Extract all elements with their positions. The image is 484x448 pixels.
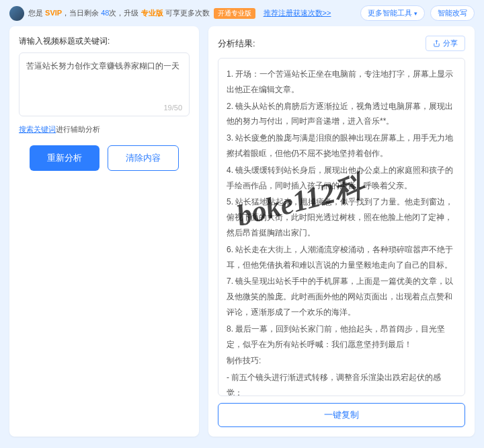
result-content[interactable]: 1. 开场：一个苦逼站长正坐在电脑前，专注地打字，屏幕上显示出他正在编辑文章。2…	[218, 58, 465, 396]
result-line: 8. 最后一幕，回到站长家门前，他抬起头，昂首阔步，目光坚定，似乎在为所有站长呼…	[227, 322, 456, 352]
result-line: 5. 站长猛地站起来，甩掉疲惫，似乎找到了力量。他走到窗边，俯视下面的大街，此时…	[227, 194, 456, 240]
chevron-down-icon: ▾	[414, 10, 417, 17]
result-line: 3. 站长疲惫的脸庞与满是泪痕的眼神出现在屏幕上，用手无力地擦拭着眼眶，但他仍不…	[227, 130, 456, 161]
upgrade-badge[interactable]: 开通专业版	[214, 8, 255, 19]
result-line: - 前五个镜头进行渐进式转移，调整音乐渲染出跌宕起伏的感觉；	[227, 370, 456, 396]
more-tools-button[interactable]: 更多智能工具▾	[360, 5, 425, 21]
result-line: 制作技巧:	[227, 353, 456, 369]
input-label: 请输入视频标题或关键词:	[19, 36, 190, 47]
char-count: 19/50	[163, 104, 182, 112]
result-line: 7. 镜头呈现出站长手中的手机屏幕，上面是一篇优美的文章，以及他微笑的脸庞。此时…	[227, 274, 456, 320]
smart-rewrite-button[interactable]: 智能改写	[430, 5, 475, 21]
topbar: 您是 SVIP，当日剩余 48次，升级 专业版 可享更多次数 开通专业版 推荐注…	[0, 0, 484, 26]
share-icon	[433, 40, 440, 47]
result-line: 6. 站长走在大街上，人潮涌流穿梭涌动，各种琐碎喧嚣声不绝于耳，但他凭借执着和难…	[227, 242, 456, 273]
result-line: 4. 镜头缓缓转到站长身后，展现出他办公桌上的家庭照和孩子的手绘画作品，同时插入…	[227, 163, 456, 194]
result-panel: 分析结果: 分享 1. 开场：一个苦逼站长正坐在电脑前，专注地打字，屏幕上显示出…	[208, 26, 475, 437]
helper-link[interactable]: 搜索关键词进行辅助分析	[19, 124, 190, 135]
copy-button[interactable]: 一键复制	[218, 403, 465, 427]
reanalyze-button[interactable]: 重新分析	[30, 145, 99, 171]
result-line: 2. 镜头从站长的肩膀后方逐渐拉近，视角透过电脑屏幕，展现出他的努力与付出，同时…	[227, 99, 456, 130]
keyword-textarea[interactable]: 苦逼站长努力创作文章赚钱养家糊口的一天 19/50	[19, 52, 190, 116]
clear-button[interactable]: 清除内容	[108, 145, 179, 171]
referral-link[interactable]: 推荐注册获速次数>>	[264, 8, 331, 18]
result-line: 1. 开场：一个苦逼站长正坐在电脑前，专注地打字，屏幕上显示出他正在编辑文章。	[227, 67, 456, 98]
result-title: 分析结果:	[218, 38, 255, 50]
avatar	[9, 6, 24, 21]
input-panel: 请输入视频标题或关键词: 苦逼站长努力创作文章赚钱养家糊口的一天 19/50 搜…	[9, 26, 199, 437]
share-button[interactable]: 分享	[426, 36, 465, 51]
user-status-text: 您是 SVIP，当日剩余 48次，升级 专业版 可享更多次数	[28, 8, 210, 18]
